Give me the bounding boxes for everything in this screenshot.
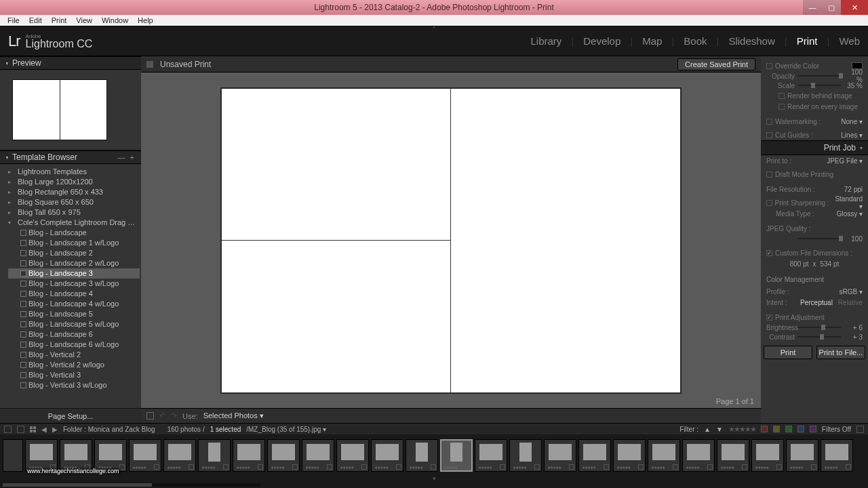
filmstrip-thumb[interactable]: ★★★★★ xyxy=(94,439,127,472)
color-filter-purple[interactable] xyxy=(810,426,816,432)
custom-dim-check[interactable] xyxy=(766,250,772,256)
menu-window[interactable]: Window xyxy=(97,16,133,24)
print-canvas[interactable]: Page 1 of 1 xyxy=(141,73,761,408)
flag-reject-icon[interactable]: ▼ xyxy=(716,426,723,433)
second-monitor-icon[interactable] xyxy=(4,426,12,433)
file-res-value[interactable]: 72 ppi xyxy=(844,186,863,193)
filmstrip-thumb[interactable]: ★★★★★ xyxy=(475,439,507,472)
create-saved-print-button[interactable]: Create Saved Print xyxy=(677,58,755,70)
filmstrip-thumb[interactable]: ★★★★★ xyxy=(198,439,231,472)
sharpen-check[interactable] xyxy=(766,200,772,206)
filmstrip-thumb[interactable]: ★★★★★ xyxy=(717,439,749,472)
next-source-icon[interactable]: ▶ xyxy=(52,426,58,433)
filmstrip-thumb[interactable]: ★★★★★ xyxy=(129,439,161,472)
template-item[interactable]: Blog - Vertical 2 w/logo xyxy=(8,360,140,370)
print-button[interactable]: Print xyxy=(764,346,812,359)
filmstrip-scrollbar[interactable] xyxy=(3,483,260,487)
close-button[interactable]: ✕ xyxy=(841,0,868,15)
watermarking-dropdown[interactable]: None ▾ xyxy=(841,118,863,125)
filmstrip-thumb[interactable]: ★★★★★ xyxy=(60,439,92,472)
media-dropdown[interactable]: Glossy ▾ xyxy=(837,210,863,218)
source-path[interactable]: Folder : Monica and Zack Blog xyxy=(63,426,155,433)
module-web[interactable]: Web xyxy=(839,35,860,47)
cut-guides-check[interactable] xyxy=(766,132,772,138)
cut-guides-dropdown[interactable]: Lines ▾ xyxy=(841,131,863,139)
menu-help[interactable]: Help xyxy=(133,16,158,24)
contrast-slider[interactable] xyxy=(797,336,841,338)
rating-filter[interactable]: ★★★★★ xyxy=(728,425,755,434)
template-item[interactable]: Blog - Landscape 4 w/Logo xyxy=(8,299,140,309)
page-setup-button[interactable]: Page Setup... xyxy=(0,408,141,423)
template-item[interactable]: Blog - Vertical 3 xyxy=(8,370,140,380)
grid-view-icon[interactable] xyxy=(30,426,36,432)
module-print[interactable]: Print xyxy=(797,35,818,47)
filmstrip-thumb[interactable]: ★★★★★ xyxy=(544,439,576,472)
filter-lock-icon[interactable] xyxy=(856,426,864,433)
menu-edit[interactable]: Edit xyxy=(24,16,47,24)
print-page[interactable] xyxy=(220,87,682,394)
template-item[interactable]: Blog - Landscape 4 xyxy=(8,289,140,299)
bottom-panel-toggle[interactable]: ▾ xyxy=(433,475,436,482)
template-item[interactable]: Blog - Vertical 3 w/Logo xyxy=(8,380,140,390)
color-filter-red[interactable] xyxy=(761,426,768,432)
print-job-header[interactable]: Print Job▾ xyxy=(761,140,868,155)
filmstrip-thumb[interactable]: ★★★★★ xyxy=(25,439,58,472)
filmstrip-thumb[interactable]: ★★★★★ xyxy=(578,439,611,472)
filmstrip-thumb[interactable]: ★★★★★ xyxy=(648,439,680,472)
template-browser-header[interactable]: ▾Template Browser— + xyxy=(0,150,141,164)
color-filter-blue[interactable] xyxy=(797,426,804,432)
template-folder[interactable]: Blog Rectangle 650 x 433 xyxy=(8,187,140,197)
template-item[interactable]: Blog - Landscape 6 xyxy=(8,329,140,340)
minimize-button[interactable]: — xyxy=(803,0,822,15)
intent-relative[interactable]: Relative xyxy=(838,299,863,306)
print-cell[interactable] xyxy=(451,88,681,393)
module-develop[interactable]: Develop xyxy=(583,35,620,47)
profile-dropdown[interactable]: sRGB ▾ xyxy=(840,288,863,296)
override-color-check[interactable] xyxy=(766,63,772,69)
dim-width[interactable]: 800 pt xyxy=(790,260,809,268)
opacity-slider[interactable] xyxy=(797,75,841,77)
rotate-cw-icon[interactable]: ↷ xyxy=(171,411,177,420)
print-to-dropdown[interactable]: JPEG File ▾ xyxy=(827,157,863,165)
use-dropdown[interactable]: Selected Photos ▾ xyxy=(203,411,264,420)
filmstrip-thumb[interactable]: ★★★★★ xyxy=(751,439,784,472)
module-slideshow[interactable]: Slideshow xyxy=(728,35,774,47)
preview-header[interactable]: ▾Preview xyxy=(0,56,141,70)
menu-file[interactable]: File xyxy=(3,16,24,24)
menu-print[interactable]: Print xyxy=(47,16,72,24)
filmstrip-thumb[interactable]: ★★★★★ xyxy=(440,439,473,472)
current-filename[interactable]: /MZ_Blog (35 of 155).jpg ▾ xyxy=(246,426,326,433)
filmstrip-thumb[interactable]: ★★★★★ xyxy=(509,439,542,472)
module-book[interactable]: Book xyxy=(684,35,707,47)
filmstrip-thumb[interactable]: ★★★★★ xyxy=(371,439,403,472)
template-item[interactable]: Blog - Landscape xyxy=(8,228,140,238)
flag-pick-icon[interactable]: ▲ xyxy=(704,426,711,433)
template-item[interactable]: Blog - Landscape 5 w/Logo xyxy=(8,319,140,329)
module-library[interactable]: Library xyxy=(530,35,561,47)
filters-off-dropdown[interactable]: Filters Off xyxy=(822,426,851,433)
template-item[interactable]: Blog - Landscape 5 xyxy=(8,309,140,319)
module-map[interactable]: Map xyxy=(642,35,662,47)
dim-height[interactable]: 534 pt xyxy=(821,260,840,268)
rotate-ccw-icon[interactable]: ↶ xyxy=(159,411,165,420)
template-item[interactable]: Blog - Landscape 6 w/Logo xyxy=(8,340,140,350)
filmstrip-thumb[interactable]: ★★★★★ xyxy=(267,439,300,472)
filmstrip-thumb[interactable]: ★★★★★ xyxy=(233,439,265,472)
template-folder[interactable]: Blog Tall 650 x 975 xyxy=(8,207,140,218)
template-item[interactable]: Blog - Landscape 3 w/Logo xyxy=(8,279,140,289)
print-to-file-button[interactable]: Print to File... xyxy=(816,346,865,359)
template-folder[interactable]: Cole's Complete Lightroom Drag & Drop T.… xyxy=(8,218,140,228)
filmstrip-thumb[interactable]: ★★★★★ xyxy=(163,439,196,472)
template-item[interactable]: Blog - Landscape 2 w/Logo xyxy=(8,258,140,268)
filmstrip-thumb[interactable]: ★★★★★ xyxy=(302,439,334,472)
template-folder[interactable]: Blog Square 650 x 650 xyxy=(8,197,140,207)
print-adj-check[interactable] xyxy=(766,314,772,321)
filmstrip-thumb[interactable]: ★★★★★ xyxy=(336,439,369,472)
maximize-button[interactable]: ▢ xyxy=(822,0,841,15)
filmstrip-thumb[interactable]: ★★★★★ xyxy=(786,439,818,472)
scale-slider[interactable] xyxy=(797,85,841,86)
brightness-slider[interactable] xyxy=(797,327,841,328)
select-all-check[interactable] xyxy=(146,412,154,420)
template-add-remove[interactable]: — + xyxy=(118,153,136,161)
menu-view[interactable]: View xyxy=(71,16,97,24)
